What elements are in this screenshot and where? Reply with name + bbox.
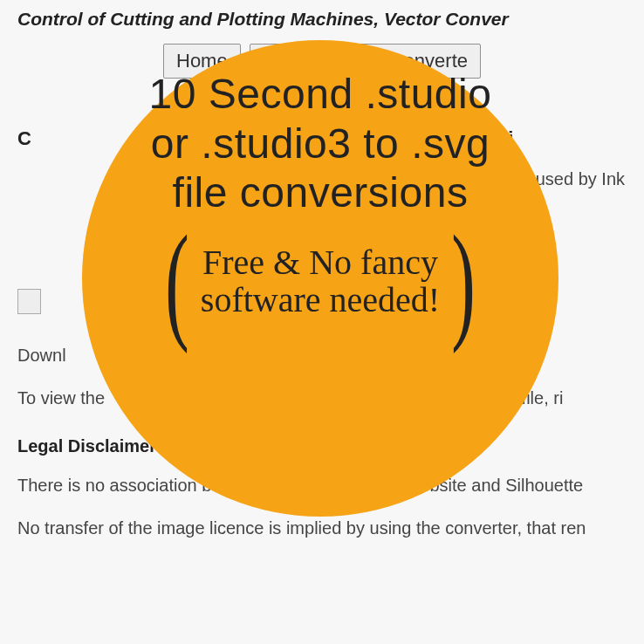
badge-main-text: 10 Second .studio or .studio3 to .svg fi… [118, 70, 524, 218]
site-header-title: Control of Cutting and Plotting Machines… [0, 0, 644, 40]
badge-subtext-group: ( Free & No fancy software needed! ) [155, 229, 485, 333]
badge-line-3: file conversions [149, 168, 492, 218]
right-paren-icon: ) [451, 229, 475, 333]
badge-sub-line-2: software needed! [201, 281, 440, 319]
badge-line-2: or .studio3 to .svg [149, 120, 492, 169]
badge-line-1: 10 Second .studio [149, 70, 492, 120]
badge-sub-line-1: Free & No fancy [201, 243, 440, 281]
heading-part-left: C [17, 127, 31, 149]
promo-circle-badge: 10 Second .studio or .studio3 to .svg fi… [82, 40, 558, 517]
view-left-fragment: To view the [17, 388, 105, 408]
badge-sub-text: Free & No fancy software needed! [199, 243, 442, 319]
download-fragment: Downl [17, 346, 66, 365]
left-paren-icon: ( [165, 229, 188, 333]
legal-paragraph-2: No transfer of the image licence is impl… [17, 515, 627, 542]
choose-file-button[interactable] [17, 289, 41, 314]
